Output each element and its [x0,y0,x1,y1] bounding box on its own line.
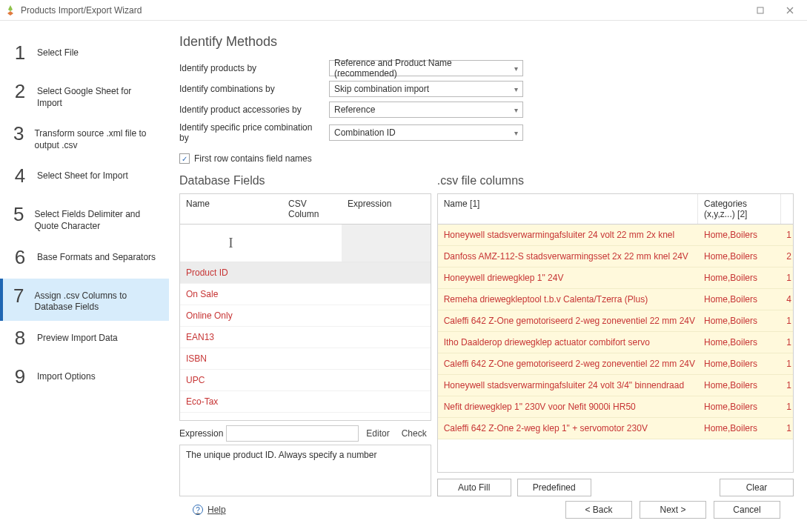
svg-rect-0 [757,7,763,13]
csv-row[interactable]: Danfoss AMZ-112-S stadsverwarmingsset 2x… [438,246,793,267]
step-base-formats[interactable]: 6Base Formats and Separators [0,240,169,279]
csv-row[interactable]: Caleffi 642 Z-One 2-weg klep 1" + servom… [438,418,793,439]
expression-editor-button[interactable]: Editor [362,426,393,441]
csv-cell-name: Nefit driewegklep 1" 230V voor Nefit 900… [438,396,701,417]
db-header-expression[interactable]: Expression [342,194,431,224]
identify-products-select[interactable]: Reference and Product Name (recommended)… [329,60,523,76]
step-transform-xml[interactable]: 3Transform source .xml file to output .c… [0,116,169,159]
back-button[interactable]: < Back [565,501,632,519]
csv-cell-name: Remeha driewegkleptool t.b.v Calenta/Tze… [438,289,701,310]
chevron-down-icon: ▾ [514,106,518,114]
clear-button[interactable]: Clear [720,479,794,496]
window-close-button[interactable] [777,1,803,19]
csv-cell-categories: Home,Boilers [701,375,784,396]
csv-cell-count: 1 [784,310,793,331]
step-preview[interactable]: 8Preview Import Data [0,321,169,359]
wizard-steps-sidebar: 1Select File 2Select Google Sheet for Im… [0,21,169,532]
csv-cell-categories: Home,Boilers [701,353,784,374]
text-cursor-icon: I [229,236,233,251]
field-description: The unique product ID. Always specify a … [179,445,431,496]
csv-cell-count: 1 [784,225,793,245]
db-filter-name-input[interactable]: I [180,225,282,262]
csv-cell-count: 2 [784,246,793,267]
step-assign-columns[interactable]: 7Assign .csv Columns to Database Fields [0,279,169,321]
step-select-google-sheet[interactable]: 2Select Google Sheet for Import [0,74,169,116]
database-fields-title: Database Fields [179,174,431,187]
db-filter-expression-input[interactable] [342,225,431,262]
csv-header-extra[interactable] [781,194,793,224]
database-fields-grid: Name CSV Column Expression I Product ID … [179,193,431,421]
csv-row[interactable]: Honeywell driewegklep 1" 24VHome,Boilers… [438,267,793,289]
db-header-name[interactable]: Name [180,194,282,224]
expression-input[interactable] [226,425,359,442]
csv-cell-count: 1 [784,332,793,353]
first-row-header-checkbox[interactable]: ✓ [179,153,190,164]
csv-row[interactable]: Remeha driewegkleptool t.b.v Calenta/Tze… [438,289,793,310]
db-filter-csv-input[interactable] [282,225,342,262]
chevron-down-icon: ▾ [514,64,518,73]
db-header-csv[interactable]: CSV Column [282,194,342,224]
csv-cell-name: Itho Daalderop driewegklep actuator comb… [438,332,701,353]
chevron-down-icon: ▾ [514,85,518,93]
db-field-row[interactable]: UPC [180,370,431,391]
csv-header-categories[interactable]: Categories (x,y,z...) [2] [698,194,781,224]
csv-cell-name: Caleffi 642 Z-One gemotoriseerd 2-weg zo… [438,310,701,331]
predefined-button[interactable]: Predefined [517,479,591,496]
csv-row[interactable]: Caleffi 642 Z-One gemotoriseerd 2-weg zo… [438,353,793,375]
window-title: Products Import/Export Wizard [21,5,142,16]
identify-combinations-label: Identify combinations by [179,84,323,94]
csv-cell-count: 1 [784,418,793,439]
identify-products-label: Identify products by [179,63,323,73]
titlebar: Products Import/Export Wizard [0,0,807,21]
csv-cell-name: Caleffi 642 Z-One gemotoriseerd 2-weg zo… [438,353,701,374]
csv-cell-name: Honeywell stadsverwarmingafsluiter 24 vo… [438,375,701,396]
csv-cell-count: 1 [784,375,793,396]
next-button[interactable]: Next > [640,501,706,519]
identify-accessories-select[interactable]: Reference▾ [329,102,523,118]
help-icon: ? [193,505,203,515]
first-row-header-label: First row contains field names [194,153,312,164]
window-maximize-button[interactable] [748,1,773,19]
csv-row[interactable]: Caleffi 642 Z-One gemotoriseerd 2-weg zo… [438,310,793,332]
expression-check-button[interactable]: Check [397,426,431,441]
csv-cell-categories: Home,Boilers [701,289,784,310]
csv-cell-count: 1 [784,396,793,417]
identify-methods-title: Identify Methods [179,34,794,50]
step-select-sheet[interactable]: 4Select Sheet for Import [0,159,169,197]
csv-cell-categories: Home,Boilers [701,332,784,353]
csv-cell-categories: Home,Boilers [701,267,784,288]
step-import-options[interactable]: 9Import Options [0,359,169,398]
identify-price-combination-label: Identify specific price combination by [179,122,323,143]
db-field-row[interactable]: Online Only [180,305,431,327]
csv-row[interactable]: Itho Daalderop driewegklep actuator comb… [438,332,793,353]
chevron-down-icon: ▾ [514,129,518,137]
csv-header-name[interactable]: Name [1] [438,194,698,224]
auto-fill-button[interactable]: Auto Fill [437,479,511,496]
step-select-file[interactable]: 1Select File [0,36,169,74]
csv-columns-grid: Name [1] Categories (x,y,z...) [2] Honey… [437,193,794,473]
csv-row[interactable]: Honeywell stadsverwarmingafsluiter 24 vo… [438,375,793,396]
csv-cell-name: Danfoss AMZ-112-S stadsverwarmingsset 2x… [438,246,701,267]
csv-cell-categories: Home,Boilers [701,396,784,417]
csv-cell-count: 4 [784,289,793,310]
csv-cell-categories: Home,Boilers [701,225,784,245]
db-field-row[interactable]: EAN13 [180,327,431,348]
csv-cell-categories: Home,Boilers [701,246,784,267]
identify-price-combination-select[interactable]: Combination ID▾ [329,124,523,141]
csv-cell-categories: Home,Boilers [701,310,784,331]
step-delimiter[interactable]: 5Select Fields Delimiter and Quote Chara… [0,197,169,239]
db-field-row[interactable]: Eco-Tax [180,391,431,413]
csv-columns-title: .csv file columns [437,174,794,187]
db-field-row[interactable]: Product ID [180,262,431,284]
cancel-button[interactable]: Cancel [714,501,780,519]
help-link[interactable]: ? Help [193,505,226,515]
identify-combinations-select[interactable]: Skip combination import▾ [329,81,523,97]
csv-cell-name: Caleffi 642 Z-One 2-weg klep 1" + servom… [438,418,701,439]
csv-row[interactable]: Nefit driewegklep 1" 230V voor Nefit 900… [438,396,793,418]
db-field-row[interactable]: ISBN [180,348,431,370]
expression-label: Expression [179,428,223,439]
csv-row[interactable]: Honeywell stadsverwarmingafsluiter 24 vo… [438,225,793,246]
csv-cell-name: Honeywell driewegklep 1" 24V [438,267,701,288]
db-field-row[interactable]: On Sale [180,284,431,305]
csv-cell-name: Honeywell stadsverwarmingafsluiter 24 vo… [438,225,701,245]
